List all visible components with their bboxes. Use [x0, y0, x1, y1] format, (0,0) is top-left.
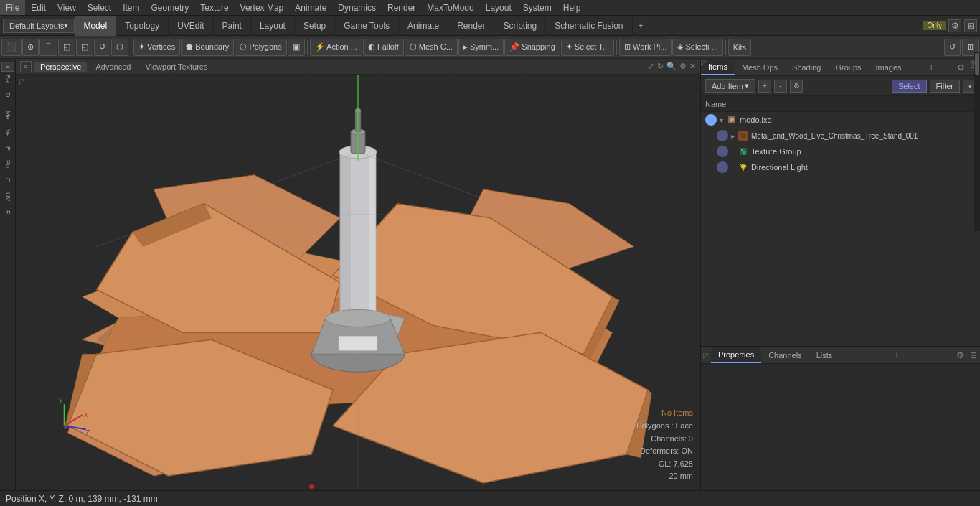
props-tab-properties[interactable]: Properties — [711, 347, 761, 363]
menu-texture[interactable]: Texture — [194, 0, 234, 15]
viewport[interactable]: ≡ Perspective Advanced Viewport Textures… — [16, 59, 700, 490]
tool-rect2-btn[interactable]: ◱ — [76, 39, 93, 56]
sidebar-uv[interactable]: UV... — [4, 191, 11, 207]
sidebar-basic[interactable]: Ba... — [4, 73, 11, 90]
sidebar-toggle[interactable]: ≡ — [1, 62, 14, 72]
item-row-light[interactable]: Directional Light — [712, 159, 980, 175]
items-settings-btn[interactable]: ⚙ — [790, 80, 803, 93]
items-filter-btn[interactable]: Filter — [930, 80, 960, 93]
tool-hex-btn[interactable]: ⬡ — [111, 39, 128, 56]
sidebar-c[interactable]: C... — [4, 177, 11, 189]
vp-tab-advanced[interactable]: Advanced — [90, 62, 136, 72]
symm-btn[interactable]: ▸ Symm... — [458, 39, 504, 56]
item-expand-3[interactable] — [731, 148, 738, 156]
tab-topology[interactable]: Topology — [116, 16, 169, 36]
menu-edit[interactable]: Edit — [25, 0, 52, 15]
viewport-canvas[interactable]: X Y Z No Items Polygons : Face Channels:… — [16, 75, 700, 490]
sidebar-edge[interactable]: E... — [4, 145, 11, 158]
tab-layout[interactable]: Layout — [251, 16, 295, 36]
viewport-corner-tl[interactable]: ◸ — [16, 75, 29, 88]
item-expand-1[interactable]: ▾ — [720, 116, 727, 124]
boundary-btn[interactable]: ⬟ Boundary — [181, 39, 234, 56]
menu-geometry[interactable]: Geometry — [146, 0, 195, 15]
settings-icon[interactable]: ⚙ — [948, 19, 961, 32]
props-settings-btn[interactable]: ⚙ — [954, 349, 967, 362]
tool-rotate-btn[interactable]: ↺ — [94, 39, 110, 56]
props-tab-add[interactable]: + — [890, 350, 904, 360]
panel-expand-btn[interactable]: ⊞ — [970, 59, 980, 69]
mesh-btn[interactable]: ⬡ Mesh C... — [405, 39, 458, 56]
panel-tab-groups[interactable]: Groups — [828, 59, 868, 75]
selecti-btn[interactable]: ◈ Selecti ... — [672, 39, 722, 56]
add-item-button[interactable]: Add Item ▾ — [705, 79, 755, 93]
tool-circle-btn[interactable]: ⊕ — [22, 39, 39, 56]
item-row-mesh[interactable]: ▸ Metal_and_Wood_Live_Christmas_Tree_Sta… — [712, 128, 980, 144]
item-row-texture[interactable]: Texture Group — [712, 144, 980, 159]
panel-corner-tl[interactable]: ◸ — [701, 59, 711, 69]
snapping-btn[interactable]: 📌 Snapping — [504, 39, 560, 56]
menu-help[interactable]: Help — [557, 0, 587, 15]
props-tab-channels[interactable]: Channels — [761, 347, 809, 363]
panel-tab-shading[interactable]: Shading — [785, 59, 828, 75]
props-expand-btn[interactable]: ⊟ — [967, 349, 980, 362]
layout-dropdown[interactable]: Default Layouts ▾ — [3, 19, 75, 33]
item-vis-2[interactable] — [717, 130, 728, 141]
tab-uvedit[interactable]: UVEdit — [169, 16, 213, 36]
workpl-btn[interactable]: ⊞ Work Pl... — [619, 39, 672, 56]
props-tab-lists[interactable]: Lists — [809, 347, 840, 363]
menu-dynamics[interactable]: Dynamics — [332, 0, 382, 15]
vp-ctrl-close[interactable]: ✕ — [689, 62, 696, 71]
tool-arc-btn[interactable]: ⌒ — [39, 39, 57, 56]
panel-tab-images[interactable]: Images — [869, 59, 909, 75]
menu-file[interactable]: File — [0, 0, 25, 15]
items-remove-btn[interactable]: - — [774, 80, 787, 93]
tab-paint[interactable]: Paint — [214, 16, 251, 36]
vertices-btn[interactable]: ✦ Vertices — [133, 39, 180, 56]
sidebar-f[interactable]: F... — [4, 209, 11, 220]
vp-ctrl-gear[interactable]: ⚙ — [679, 62, 687, 71]
tool-rect-btn[interactable]: ◱ — [58, 39, 75, 56]
vp-ctrl-search[interactable]: 🔍 — [666, 62, 677, 71]
tab-animate[interactable]: Animate — [399, 16, 448, 36]
item-vis-4[interactable] — [717, 161, 728, 173]
menu-layout[interactable]: Layout — [480, 0, 517, 15]
tab-scripting[interactable]: Scripting — [494, 16, 546, 36]
props-corner[interactable]: ◸ — [701, 350, 711, 360]
items-add-btn[interactable]: + — [758, 80, 771, 93]
falloff-btn[interactable]: ◐ Falloff — [363, 39, 404, 56]
tab-gametools[interactable]: Game Tools — [335, 16, 399, 36]
vp-tab-perspective[interactable]: Perspective — [34, 62, 87, 72]
menu-vertexmap[interactable]: Vertex Map — [235, 0, 290, 15]
selectt-btn[interactable]: ✦ Select T... — [561, 39, 614, 56]
select-mode-btn[interactable]: ▣ — [288, 39, 305, 56]
menu-animate[interactable]: Animate — [289, 0, 332, 15]
vp-ctrl-arrows[interactable]: ⤢ — [648, 62, 654, 71]
item-row-modo-lxo[interactable]: ▾ modo.lxo — [701, 112, 980, 128]
tab-model[interactable]: Model — [75, 16, 116, 36]
menu-render[interactable]: Render — [382, 0, 421, 15]
items-list[interactable]: ▾ modo.lxo ▸ Metal_and_Wood_Live_Christm… — [701, 112, 980, 346]
panel-tab-meshops[interactable]: Mesh Ops — [735, 59, 785, 75]
sidebar-vert[interactable]: Ve... — [4, 128, 11, 144]
vp-tab-textures[interactable]: Viewport Textures — [139, 62, 213, 72]
menu-system[interactable]: System — [517, 0, 557, 15]
sidebar-dup[interactable]: Du... — [4, 91, 11, 108]
polygons-btn[interactable]: ⬠ Polygons — [235, 39, 286, 56]
item-expand-2[interactable]: ▸ — [731, 132, 738, 140]
tab-add[interactable]: + — [633, 19, 649, 32]
menu-select[interactable]: Select — [82, 0, 117, 15]
items-select-btn[interactable]: Select — [892, 80, 927, 93]
panel-tab-add[interactable]: + — [925, 62, 938, 72]
sidebar-mesh[interactable]: Me... — [4, 109, 11, 126]
tab-schematic[interactable]: Schematic Fusion — [546, 16, 632, 36]
expand-icon[interactable]: ⊞ — [964, 19, 977, 32]
item-vis-1[interactable] — [705, 114, 717, 126]
tab-setup[interactable]: Setup — [295, 16, 335, 36]
vp-ctrl-rotate[interactable]: ↻ — [657, 62, 664, 71]
item-vis-3[interactable] — [717, 146, 728, 157]
tool-grid-btn[interactable]: ⬛ — [1, 39, 22, 56]
menu-view[interactable]: View — [52, 0, 82, 15]
sidebar-poly[interactable]: Po... — [4, 159, 11, 175]
menu-maxtomodo[interactable]: MaxToModo — [421, 0, 479, 15]
item-expand-4[interactable] — [731, 164, 738, 172]
